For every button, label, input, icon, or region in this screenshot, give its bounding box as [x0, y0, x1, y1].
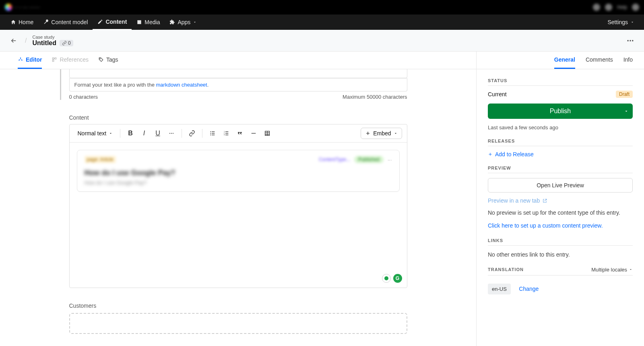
- number-list-button[interactable]: 123: [220, 128, 232, 139]
- char-count: 0 characters: [69, 94, 98, 100]
- nav-media[interactable]: Media: [132, 15, 165, 30]
- change-locale-link[interactable]: Change: [519, 286, 539, 292]
- publish-label: Publish: [550, 108, 571, 115]
- svg-rect-25: [252, 133, 256, 133]
- link-icon: [189, 130, 195, 137]
- locale-select-label: Multiple locales: [591, 267, 627, 273]
- nav-home[interactable]: Home: [6, 15, 38, 30]
- nav-content[interactable]: Content: [93, 15, 132, 30]
- svg-point-10: [169, 133, 170, 134]
- tab-tags[interactable]: Tags: [98, 52, 118, 69]
- embed-button[interactable]: Embed: [361, 128, 402, 139]
- prev-field-textarea[interactable]: [69, 69, 407, 78]
- user-avatar-icon[interactable]: [632, 4, 639, 11]
- table-button[interactable]: [261, 128, 273, 139]
- card-more-button[interactable]: ···: [388, 157, 392, 163]
- preview-new-tab-link[interactable]: Preview in a new tab: [488, 197, 633, 204]
- setup-preview-link[interactable]: Click here to set up a custom content pr…: [488, 222, 603, 229]
- side-tab-comments[interactable]: Comments: [586, 52, 613, 69]
- quote-button[interactable]: [234, 128, 246, 139]
- tab-editor[interactable]: Editor: [18, 52, 42, 69]
- entry-sidebar: General Comments Info STATUS Current Dra…: [477, 52, 644, 346]
- section-releases: RELEASES: [488, 139, 633, 146]
- help-label[interactable]: Help: [617, 4, 627, 10]
- svg-text:3: 3: [224, 134, 225, 136]
- svg-rect-16: [212, 131, 215, 132]
- embedded-entry-card[interactable]: page: Article ContentType... Published ·…: [77, 150, 400, 192]
- nav-content-model-label: Content model: [51, 19, 88, 25]
- puzzle-icon: [169, 19, 175, 25]
- dots-horizontal-icon: [626, 37, 634, 45]
- italic-button[interactable]: I: [138, 128, 150, 139]
- arrow-left-icon: [10, 37, 17, 44]
- card-subtitle: How do I use Google Pay?: [85, 180, 392, 186]
- chevron-down-icon: [624, 109, 629, 114]
- chevron-down-icon: [109, 131, 113, 135]
- text-style-select[interactable]: Normal text: [74, 128, 116, 138]
- char-max: Maximum 50000 characters: [343, 94, 407, 100]
- bullet-list-button[interactable]: [206, 128, 219, 139]
- card-status-badge: Published: [354, 156, 384, 163]
- locale-chip: en-US: [488, 284, 511, 294]
- side-tab-info[interactable]: Info: [623, 52, 633, 69]
- open-live-preview-label: Open Live Preview: [537, 182, 584, 189]
- markdown-hint: Format your text like a pro with the mar…: [69, 78, 407, 91]
- breadcrumb-sep: /: [25, 37, 27, 44]
- svg-point-12: [173, 133, 173, 134]
- assist-badge-1[interactable]: [382, 274, 391, 283]
- nav-settings-label: Settings: [607, 19, 628, 25]
- open-live-preview-button[interactable]: Open Live Preview: [488, 178, 633, 193]
- svg-point-3: [20, 58, 21, 58]
- entry-more-button[interactable]: [625, 35, 636, 46]
- section-status: STATUS: [488, 78, 633, 86]
- publish-button[interactable]: Publish: [488, 104, 633, 119]
- locale-select[interactable]: Multiple locales: [591, 267, 633, 273]
- svg-point-15: [210, 135, 211, 135]
- nav-content-model[interactable]: Content model: [38, 15, 93, 30]
- pencil-icon: [97, 19, 103, 25]
- back-button[interactable]: [8, 35, 19, 46]
- app-logo-icon: [5, 4, 12, 11]
- rte-body[interactable]: page: Article ContentType... Published ·…: [70, 143, 407, 288]
- svg-rect-23: [225, 133, 228, 133]
- incoming-links-badge[interactable]: 0: [60, 40, 73, 46]
- svg-rect-7: [55, 58, 57, 59]
- more-format-button[interactable]: [165, 128, 178, 139]
- hr-button[interactable]: [248, 128, 260, 139]
- bold-button[interactable]: B: [124, 128, 136, 139]
- tab-tags-label: Tags: [106, 56, 118, 63]
- nav-apps-label: Apps: [178, 19, 190, 25]
- external-link-icon: [542, 198, 547, 203]
- rich-text-field: Normal text B I U: [69, 124, 407, 288]
- nav-media-label: Media: [144, 19, 160, 25]
- search-icon[interactable]: [593, 4, 600, 11]
- add-to-release-button[interactable]: Add to Release: [488, 151, 633, 157]
- quote-icon: [237, 130, 243, 137]
- underline-button[interactable]: U: [152, 128, 164, 139]
- customers-dropzone[interactable]: [69, 313, 407, 334]
- hr-icon: [250, 130, 257, 137]
- nav-settings[interactable]: Settings: [603, 19, 638, 25]
- top-nav: Home Content model Content Media Apps Se…: [0, 15, 644, 30]
- svg-point-13: [210, 131, 211, 132]
- svg-rect-18: [212, 135, 215, 135]
- number-list-icon: 123: [223, 130, 229, 137]
- chevron-down-icon: [629, 267, 633, 271]
- markdown-cheatsheet-link[interactable]: markdown cheatsheet: [156, 82, 207, 88]
- field-label-content: Content: [69, 114, 407, 121]
- nav-apps[interactable]: Apps: [165, 15, 202, 30]
- link-button[interactable]: [186, 128, 198, 139]
- help-avatar-icon[interactable]: [605, 4, 612, 11]
- text-style-label: Normal text: [78, 130, 107, 137]
- status-badge: Draft: [616, 91, 633, 98]
- svg-point-0: [627, 40, 629, 41]
- tab-references[interactable]: References: [52, 52, 89, 69]
- side-tab-general[interactable]: General: [554, 52, 575, 69]
- preview-new-tab-label: Preview in a new tab: [488, 197, 540, 204]
- translation-heading-label: TRANSLATION: [488, 267, 524, 272]
- grammarly-badge[interactable]: G: [393, 274, 402, 283]
- content-type-label: Case study: [32, 35, 73, 39]
- svg-rect-8: [53, 60, 54, 62]
- table-icon: [264, 130, 270, 137]
- editor-icon: [18, 57, 23, 62]
